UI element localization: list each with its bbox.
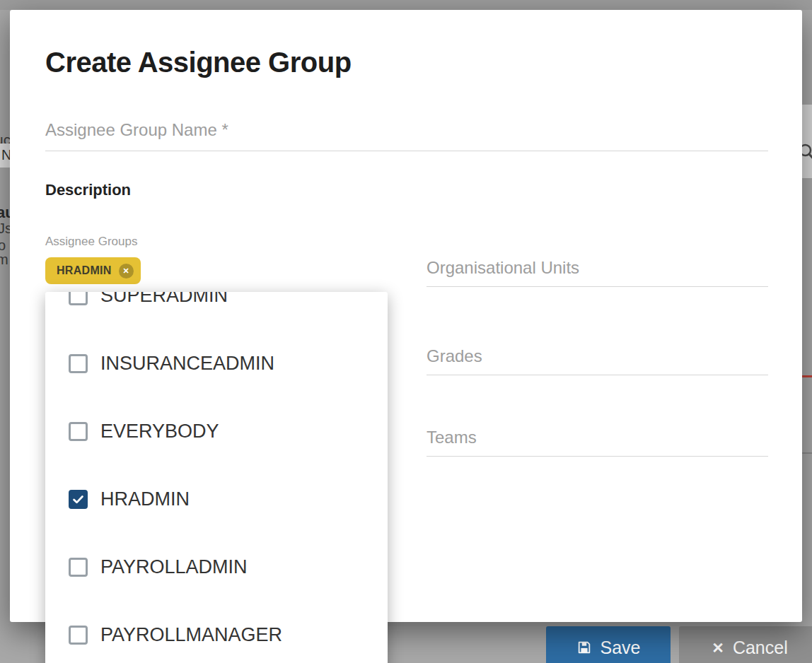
chip-label: HRADMIN bbox=[57, 264, 112, 277]
dropdown-option-label: EVERYBODY bbox=[100, 421, 219, 442]
organisational-units-input[interactable] bbox=[427, 256, 768, 287]
description-label: Description bbox=[45, 181, 131, 199]
floppy-icon bbox=[576, 640, 592, 655]
x-icon: ✕ bbox=[712, 640, 724, 655]
selected-group-chip: HRADMIN ✕ bbox=[45, 257, 141, 284]
modal-title: Create Assignee Group bbox=[45, 47, 352, 78]
checkbox-checked-icon[interactable] bbox=[69, 490, 88, 509]
cancel-button[interactable]: ✕ Cancel bbox=[679, 626, 812, 663]
error-underline-fragment bbox=[802, 375, 812, 377]
checkbox-unchecked-icon[interactable] bbox=[69, 292, 88, 305]
checkbox-unchecked-icon[interactable] bbox=[69, 422, 88, 441]
dropdown-option-label: HRADMIN bbox=[100, 488, 190, 510]
checkbox-unchecked-icon[interactable] bbox=[69, 354, 88, 373]
bg-input-fragment: N bbox=[0, 143, 10, 168]
dropdown-option-superadmin[interactable]: SUPERADMIN bbox=[45, 292, 388, 329]
app-screen: uc N au Js o m Save ✕ Cancel Create Assi… bbox=[0, 0, 812, 663]
dropdown-option-label: PAYROLLMANAGER bbox=[100, 624, 282, 646]
dropdown-option-label: PAYROLLADMIN bbox=[100, 556, 248, 578]
checkbox-unchecked-icon[interactable] bbox=[69, 558, 88, 577]
bg-text-fragment: m bbox=[0, 252, 8, 268]
dimmed-page-header bbox=[0, 0, 812, 10]
dropdown-option-payrollmanager[interactable]: PAYROLLMANAGER bbox=[45, 601, 388, 663]
assignee-group-name-input[interactable] bbox=[45, 116, 768, 151]
save-button[interactable]: Save bbox=[546, 626, 671, 663]
save-label: Save bbox=[601, 638, 641, 658]
dropdown-option-hradmin[interactable]: HRADMIN bbox=[45, 465, 388, 533]
assignee-groups-dropdown: SUPERADMININSURANCEADMINEVERYBODYHRADMIN… bbox=[45, 292, 388, 663]
grades-input[interactable] bbox=[427, 344, 768, 375]
assignee-groups-label: Assignee Groups bbox=[45, 235, 137, 249]
dropdown-option-label: SUPERADMIN bbox=[100, 292, 228, 307]
dropdown-option-label: INSURANCEADMIN bbox=[100, 353, 274, 375]
teams-input[interactable] bbox=[427, 426, 768, 457]
dropdown-option-insuranceadmin[interactable]: INSURANCEADMIN bbox=[45, 329, 388, 397]
cancel-label: Cancel bbox=[733, 638, 788, 658]
divider-fragment bbox=[802, 452, 812, 454]
checkbox-unchecked-icon[interactable] bbox=[69, 626, 88, 645]
dropdown-option-everybody[interactable]: EVERYBODY bbox=[45, 397, 388, 465]
dropdown-option-payrolladmin[interactable]: PAYROLLADMIN bbox=[45, 533, 388, 601]
dimmed-page-right-edge bbox=[802, 105, 812, 178]
chip-remove-icon[interactable]: ✕ bbox=[119, 264, 134, 278]
